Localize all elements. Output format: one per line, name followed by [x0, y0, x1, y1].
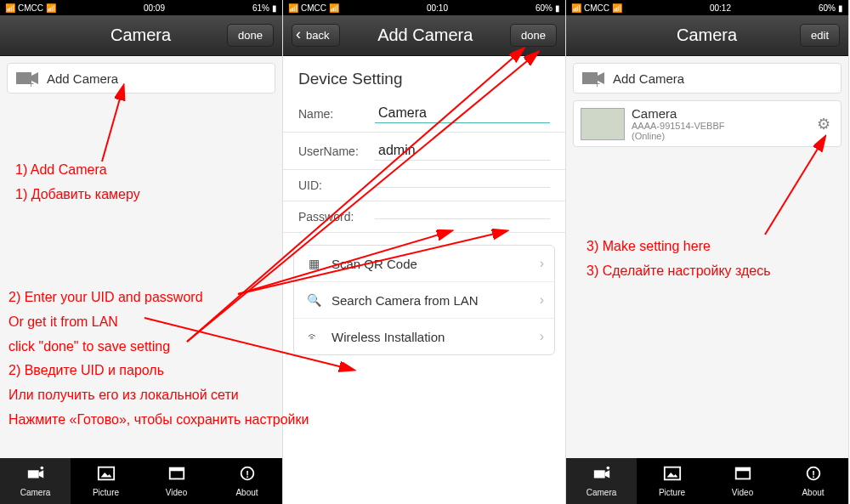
chevron-right-icon: ›: [540, 292, 544, 308]
qr-icon: ▦: [304, 257, 323, 270]
battery-icon: ▮: [272, 3, 277, 13]
tab-label: Video: [732, 488, 753, 497]
battery-pct: 60%: [536, 3, 552, 13]
add-camera-label: Add Camera: [613, 71, 684, 86]
nav-bar: back Add Camera done: [283, 15, 565, 56]
name-input[interactable]: Camera: [375, 104, 550, 123]
screen-1: 📶 CMCC 📶 00:09 61% ▮ Camera done + Add C…: [0, 0, 283, 504]
username-row[interactable]: UserName: admin: [283, 133, 565, 170]
camera-icon: [592, 465, 611, 486]
page-title: Camera: [614, 25, 800, 45]
video-icon: [734, 465, 752, 486]
tab-video[interactable]: Video: [707, 458, 778, 504]
signal-icon: 📶: [288, 3, 298, 13]
tab-about[interactable]: ! About: [212, 458, 282, 504]
svg-rect-3: [27, 470, 38, 478]
wifi-icon: 📶: [46, 3, 56, 13]
status-bar: 📶 CMCC 📶 00:09 61% ▮: [0, 0, 282, 15]
about-icon: !: [238, 465, 257, 486]
camera-list-item[interactable]: Camera AAAA-991514-VEBBF (Online) ⚙: [573, 100, 842, 147]
page-title: Add Camera: [340, 25, 510, 45]
battery-pct: 60%: [819, 3, 836, 13]
svg-text:!: !: [246, 469, 249, 479]
tab-bar: Camera Picture Video ! About: [566, 458, 848, 504]
carrier: CMCC: [301, 3, 326, 13]
signal-icon: 📶: [5, 3, 15, 13]
carrier: CMCC: [584, 3, 609, 13]
username-input[interactable]: admin: [375, 141, 550, 161]
add-camera-row[interactable]: + Add Camera: [7, 63, 275, 93]
password-input[interactable]: [375, 215, 550, 219]
tab-label: Picture: [659, 488, 685, 497]
camera-info: Camera AAAA-991514-VEBBF (Online): [632, 106, 813, 141]
done-button[interactable]: done: [510, 24, 557, 47]
add-camera-label: Add Camera: [47, 71, 118, 86]
wifi-icon: 📶: [612, 3, 622, 13]
uid-input[interactable]: [375, 184, 550, 188]
gear-icon[interactable]: ⚙: [813, 115, 834, 133]
tab-label: Camera: [586, 488, 617, 497]
video-icon: [167, 465, 186, 486]
tab-video[interactable]: Video: [141, 458, 212, 504]
battery-icon: ▮: [555, 3, 560, 13]
clock: 00:10: [339, 3, 536, 13]
tab-picture[interactable]: Picture: [71, 458, 141, 504]
password-row[interactable]: Password:: [283, 201, 565, 233]
scan-qr-row[interactable]: ▦ Scan QR Code ›: [294, 246, 554, 282]
svg-rect-9: [169, 468, 184, 472]
camera-name: Camera: [632, 106, 813, 121]
uid-label: UID:: [298, 178, 375, 192]
nav-bar: Camera edit: [566, 15, 848, 56]
camera-plus-icon: +: [14, 69, 40, 88]
back-button[interactable]: back: [292, 24, 340, 47]
uid-row[interactable]: UID:: [283, 170, 565, 201]
add-camera-row[interactable]: + Add Camera: [573, 63, 842, 93]
svg-rect-18: [664, 467, 679, 480]
svg-rect-6: [98, 467, 113, 480]
wireless-label: Wireless Installation: [332, 330, 540, 344]
edit-button[interactable]: edit: [800, 24, 840, 47]
svg-point-5: [40, 467, 43, 470]
picture-icon: [663, 465, 682, 486]
tab-camera[interactable]: Camera: [0, 458, 71, 504]
clock: 00:12: [622, 3, 819, 13]
camera-uid: AAAA-991514-VEBBF: [632, 121, 813, 131]
tab-about[interactable]: ! About: [778, 458, 848, 504]
tab-label: About: [802, 488, 824, 497]
search-icon: 🔍: [304, 293, 323, 307]
search-lan-row[interactable]: 🔍 Search Camera from LAN ›: [294, 282, 554, 319]
done-button[interactable]: done: [227, 24, 274, 47]
picture-icon: [97, 465, 116, 486]
battery-icon: ▮: [838, 3, 843, 13]
chevron-right-icon: ›: [540, 256, 544, 271]
tab-picture[interactable]: Picture: [637, 458, 707, 504]
svg-marker-16: [604, 470, 609, 478]
wifi-icon: 📶: [329, 3, 339, 13]
clock: 00:09: [56, 3, 252, 13]
screen-2: 📶 CMCC 📶 00:10 60% ▮ back Add Camera don…: [283, 0, 566, 504]
scan-qr-label: Scan QR Code: [332, 257, 540, 271]
tab-bar: Camera Picture Video ! About: [0, 458, 282, 504]
tab-camera[interactable]: Camera: [566, 458, 637, 504]
svg-rect-21: [735, 468, 750, 472]
status-bar: 📶 CMCC 📶 00:10 60% ▮: [283, 0, 565, 15]
password-label: Password:: [298, 210, 375, 224]
tab-label: Video: [166, 488, 187, 497]
camera-icon: [26, 465, 45, 486]
status-bar: 📶 CMCC 📶 00:12 60% ▮: [566, 0, 848, 15]
about-icon: !: [804, 465, 823, 486]
page-title: Camera: [54, 25, 227, 45]
option-list: ▦ Scan QR Code › 🔍 Search Camera from LA…: [293, 245, 555, 355]
svg-marker-19: [666, 473, 677, 478]
svg-text:+: +: [594, 78, 600, 88]
section-header: Device Setting: [283, 56, 565, 95]
svg-marker-7: [100, 473, 111, 478]
svg-text:+: +: [28, 78, 34, 88]
name-row[interactable]: Name: Camera: [283, 95, 565, 133]
wireless-row[interactable]: ᯤ Wireless Installation ›: [294, 319, 554, 354]
content: Device Setting Name: Camera UserName: ad…: [283, 56, 565, 504]
svg-marker-4: [38, 470, 42, 478]
tab-label: Picture: [93, 488, 119, 497]
chevron-right-icon: ›: [540, 329, 544, 344]
search-lan-label: Search Camera from LAN: [332, 293, 540, 308]
